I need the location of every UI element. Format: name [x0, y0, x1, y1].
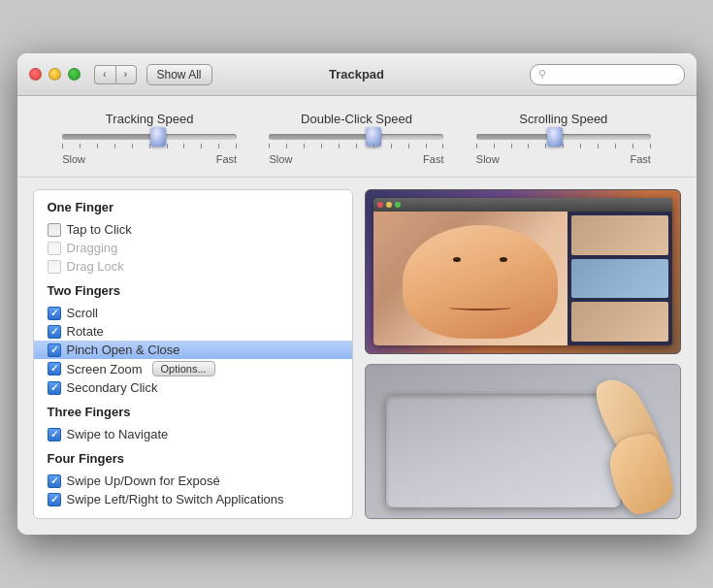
tick: [494, 144, 495, 148]
secondary-click-label: Secondary Click: [67, 380, 158, 395]
options-button[interactable]: Options...: [152, 361, 215, 376]
top-preview: [365, 189, 681, 354]
scrolling-ticks: [476, 144, 651, 151]
tracking-speed-group: Tracking Speed: [52, 112, 246, 165]
double-click-fast-label: Fast: [423, 153, 443, 165]
swipe-expose-item: Swipe Up/Down for Exposé: [48, 472, 339, 490]
scrolling-labels: Slow Fast: [476, 153, 651, 165]
swipe-expose-checkbox[interactable]: [48, 474, 61, 488]
thumb-1: [571, 215, 668, 255]
drag-lock-checkbox[interactable]: [48, 260, 61, 274]
tick: [286, 144, 287, 148]
tick: [167, 144, 168, 148]
tick: [321, 144, 322, 148]
thumb-2: [571, 259, 668, 299]
scrolling-speed-track[interactable]: [476, 134, 651, 140]
tap-to-click-item: Tap to Click: [48, 220, 339, 239]
scrolling-fast-label: Fast: [630, 153, 650, 165]
tracking-speed-fill: [62, 134, 158, 140]
tick: [408, 144, 409, 148]
tick: [97, 144, 98, 148]
tick: [149, 144, 150, 148]
tracking-speed-track[interactable]: [62, 134, 237, 140]
tick: [304, 144, 305, 148]
main-photo: [373, 212, 567, 345]
back-button[interactable]: ‹: [94, 65, 115, 84]
tick: [201, 144, 202, 148]
scrolling-speed-label: Scrolling Speed: [519, 112, 607, 126]
one-finger-title: One Finger: [48, 200, 339, 214]
traffic-lights: [29, 68, 81, 81]
minimize-button[interactable]: [49, 68, 61, 81]
preview-panel: [365, 189, 681, 519]
tick: [511, 144, 512, 148]
tick: [442, 144, 443, 148]
bottom-preview: [365, 364, 681, 519]
tracking-ticks: [62, 144, 237, 151]
tracking-speed-label: Tracking Speed: [106, 112, 194, 126]
tick: [580, 144, 581, 148]
double-click-speed-track[interactable]: [269, 134, 443, 140]
window-title: Trackpad: [329, 67, 384, 82]
secondary-click-checkbox[interactable]: [48, 381, 61, 395]
tick: [339, 144, 340, 148]
swipe-expose-label: Swipe Up/Down for Exposé: [67, 474, 220, 488]
pinch-item: Pinch Open & Close: [34, 341, 352, 359]
tick: [545, 144, 546, 148]
pinch-label: Pinch Open & Close: [67, 343, 180, 357]
photo-sidebar: [567, 212, 672, 345]
nav-buttons: ‹ ›: [94, 65, 137, 84]
rotate-label: Rotate: [67, 324, 104, 339]
tick: [356, 144, 357, 148]
swipe-apps-item: Swipe Left/Right to Switch Applications: [48, 490, 339, 508]
ss-max: [395, 202, 401, 208]
search-input[interactable]: [550, 68, 676, 82]
double-click-speed-group: Double-Click Speed: [259, 112, 453, 165]
pinch-checkbox[interactable]: [48, 343, 61, 357]
tick: [373, 144, 374, 148]
forward-button[interactable]: ›: [115, 65, 137, 84]
smile: [449, 305, 511, 310]
rotate-checkbox[interactable]: [48, 325, 61, 339]
swipe-navigate-label: Swipe to Navigate: [67, 427, 169, 441]
face: [403, 225, 558, 339]
swipe-apps-checkbox[interactable]: [48, 493, 61, 506]
tick: [476, 144, 477, 148]
tap-to-click-checkbox[interactable]: [48, 223, 61, 237]
tick: [183, 144, 184, 148]
show-all-button[interactable]: Show All: [146, 64, 212, 85]
sliders-area: Tracking Speed: [17, 96, 697, 178]
search-icon: ⚲: [538, 68, 546, 81]
tick: [615, 144, 616, 148]
tick: [62, 144, 63, 148]
search-box[interactable]: ⚲: [530, 64, 685, 85]
screenshot-content: [373, 212, 672, 345]
secondary-click-item: Secondary Click: [48, 378, 339, 397]
maximize-button[interactable]: [68, 68, 81, 81]
scrolling-speed-group: Scrolling Speed: [467, 112, 661, 165]
double-click-slow-label: Slow: [269, 153, 292, 165]
close-button[interactable]: [29, 68, 42, 81]
ss-close: [377, 202, 383, 208]
swipe-navigate-checkbox[interactable]: [48, 428, 61, 441]
screenshot-window: [373, 198, 672, 345]
trackpad-device: [385, 394, 622, 508]
tick: [132, 144, 133, 148]
double-click-labels: Slow Fast: [269, 153, 443, 165]
dragging-checkbox[interactable]: [48, 242, 61, 255]
tick: [218, 144, 219, 148]
scroll-checkbox[interactable]: [48, 307, 61, 320]
tick: [80, 144, 81, 148]
tick: [528, 144, 529, 148]
scrolling-slow-label: Slow: [476, 153, 500, 165]
rotate-item: Rotate: [48, 322, 339, 341]
screen-zoom-checkbox[interactable]: [48, 362, 61, 376]
ss-min: [386, 202, 392, 208]
preferences-window: ‹ › Show All Trackpad ⚲ Tracking Speed: [17, 53, 697, 535]
thumb-3: [571, 302, 668, 342]
tracking-slow-label: Slow: [62, 153, 85, 165]
tracking-tick-marks: [62, 144, 237, 148]
screen-zoom-item: Screen Zoom Options...: [48, 359, 339, 378]
scroll-item: Scroll: [48, 304, 339, 322]
double-click-ticks: [269, 144, 443, 151]
